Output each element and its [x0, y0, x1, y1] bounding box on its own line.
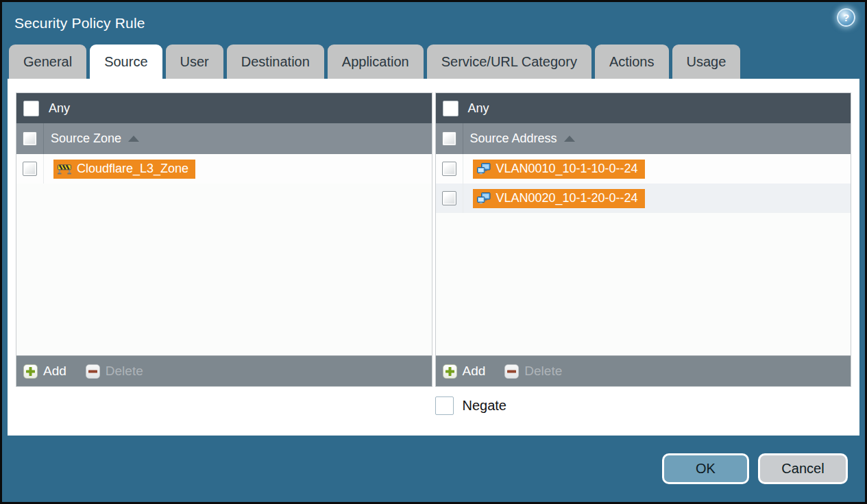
network-icon: [477, 163, 491, 175]
list-item: VLAN0010_10-1-10-0--24: [436, 154, 851, 184]
source-address-select-all-checkbox[interactable]: [442, 131, 456, 146]
source-zone-any-label: Any: [49, 101, 70, 116]
tab-source[interactable]: Source: [90, 45, 162, 79]
select-all-cell: [16, 123, 44, 154]
source-address-column-title[interactable]: Source Address: [470, 131, 557, 146]
source-zone-column-title[interactable]: Source Zone: [51, 131, 121, 146]
source-zone-select-all-checkbox[interactable]: [23, 131, 37, 146]
add-button[interactable]: Add: [443, 364, 486, 379]
cancel-button[interactable]: Cancel: [758, 453, 848, 484]
source-zone-column-header: Source Zone: [16, 123, 432, 154]
row-checkbox[interactable]: [442, 191, 456, 205]
negate-row: Negate: [435, 396, 852, 415]
source-zone-toolbar: Add Delete: [16, 355, 432, 386]
list-item: VLAN0020_10-1-20-0--24: [436, 184, 851, 213]
tab-user[interactable]: User: [166, 45, 223, 79]
selected-object-chip[interactable]: Cloudflare_L3_Zone: [53, 160, 195, 179]
object-label: VLAN0020_10-1-20-0--24: [496, 191, 638, 205]
minus-icon: [504, 364, 519, 379]
ok-button[interactable]: OK: [662, 453, 749, 484]
plus-icon: [443, 364, 457, 379]
source-address-column-header: Source Address: [436, 123, 851, 154]
tab-bar: GeneralSourceUserDestinationApplicationS…: [2, 45, 865, 79]
delete-button[interactable]: Delete: [504, 364, 562, 379]
source-address-panel: Any Source Address VLAN0010_10-1-10-0--2…: [435, 92, 852, 387]
selected-object-chip[interactable]: VLAN0020_10-1-20-0--24: [473, 189, 645, 208]
help-icon[interactable]: ?: [837, 8, 855, 27]
row-checkbox-cell: [16, 154, 44, 184]
row-checkbox-cell: [436, 184, 463, 213]
source-zone-any-row: Any: [16, 93, 432, 123]
page-title: Security Policy Rule: [14, 15, 145, 32]
delete-button-label: Delete: [106, 364, 143, 379]
tab-general[interactable]: General: [9, 45, 86, 79]
security-policy-rule-dialog: Security Policy Rule ? GeneralSourceUser…: [0, 0, 867, 504]
tab-content: Any Source Zone Cloudflare_L3_Zone A: [8, 79, 859, 436]
add-button-label: Add: [43, 364, 66, 379]
minus-icon: [86, 364, 100, 379]
row-checkbox[interactable]: [23, 162, 37, 176]
source-zone-panel: Any Source Zone Cloudflare_L3_Zone A: [16, 92, 432, 387]
delete-button[interactable]: Delete: [86, 364, 143, 379]
zone-icon: [58, 163, 71, 175]
source-address-any-label: Any: [468, 101, 489, 116]
source-address-list: VLAN0010_10-1-10-0--24VLAN0020_10-1-20-0…: [436, 154, 851, 355]
row-checkbox-cell: [436, 154, 463, 184]
tab-destination[interactable]: Destination: [227, 45, 324, 79]
title-bar: Security Policy Rule: [2, 2, 865, 45]
object-label: Cloudflare_L3_Zone: [77, 162, 188, 176]
sort-ascending-icon[interactable]: [564, 136, 575, 142]
source-zone-any-checkbox[interactable]: [23, 101, 39, 116]
row-checkbox[interactable]: [442, 162, 456, 176]
panels-container: Any Source Zone Cloudflare_L3_Zone A: [16, 92, 851, 387]
negate-label: Negate: [463, 398, 507, 414]
source-address-toolbar: Add Delete: [436, 355, 851, 386]
object-label: VLAN0010_10-1-10-0--24: [496, 162, 638, 176]
tab-service-url-category[interactable]: Service/URL Category: [427, 45, 591, 79]
add-button-label: Add: [463, 364, 486, 379]
tab-application[interactable]: Application: [328, 45, 424, 79]
source-address-any-row: Any: [436, 93, 851, 123]
source-zone-list: Cloudflare_L3_Zone: [16, 154, 432, 355]
delete-button-label: Delete: [524, 364, 562, 379]
add-button[interactable]: Add: [23, 364, 66, 379]
source-address-any-checkbox[interactable]: [443, 101, 459, 116]
network-icon: [477, 192, 491, 204]
dialog-footer: OK Cancel: [2, 436, 865, 502]
negate-checkbox[interactable]: [435, 396, 454, 415]
tab-actions[interactable]: Actions: [595, 45, 669, 79]
plus-icon: [23, 364, 38, 379]
tab-usage[interactable]: Usage: [672, 45, 741, 79]
selected-object-chip[interactable]: VLAN0010_10-1-10-0--24: [473, 160, 645, 179]
list-item: Cloudflare_L3_Zone: [16, 154, 432, 184]
sort-ascending-icon[interactable]: [128, 136, 139, 142]
select-all-cell: [436, 123, 463, 154]
